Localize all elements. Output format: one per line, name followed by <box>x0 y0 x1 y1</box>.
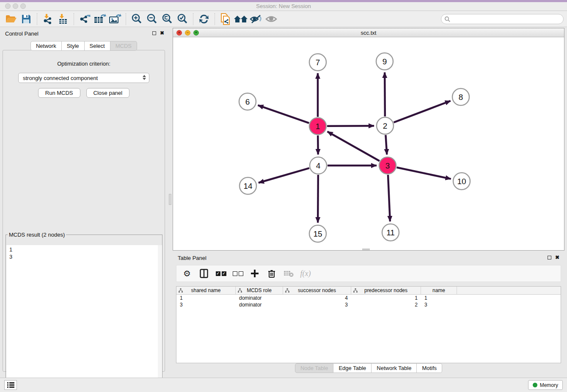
refresh-layout-icon[interactable] <box>196 13 212 25</box>
tab-select[interactable]: Select <box>85 41 110 51</box>
column-label: predecessor nodes <box>364 287 407 293</box>
task-history-button[interactable] <box>4 380 17 390</box>
search-box <box>441 14 564 24</box>
toolbar-separator <box>193 13 193 25</box>
criterion-selected-value: strongly connected component <box>23 75 98 81</box>
add-column-icon[interactable] <box>249 268 260 279</box>
graph-node-2[interactable]: 2 <box>377 117 394 134</box>
table-tabs: Node TableEdge TableNetwork TableMotifs <box>173 363 564 373</box>
graph-edge-2-8[interactable] <box>394 101 451 122</box>
float-table-panel-icon[interactable] <box>548 256 551 259</box>
save-session-icon[interactable] <box>19 13 34 25</box>
graph-edge-4-15[interactable] <box>318 175 318 223</box>
run-mcds-button[interactable]: Run MCDS <box>38 88 80 98</box>
graph-node-4[interactable]: 4 <box>310 157 327 174</box>
first-neighbors-icon[interactable] <box>233 13 248 25</box>
mcds-result-list[interactable]: 1 3 <box>6 245 162 392</box>
mcds-panel-body: Optimization criterion: strongly connect… <box>3 50 165 372</box>
toolbar-separator <box>126 13 126 25</box>
graph-node-15[interactable]: 15 <box>309 225 326 242</box>
panel-splitter[interactable] <box>168 28 173 373</box>
result-scrollbar[interactable] <box>158 245 162 392</box>
table-cell: 1 <box>351 295 421 301</box>
memory-label: Memory <box>540 382 558 388</box>
table-cell: dominator <box>236 295 283 301</box>
graph-node-9[interactable]: 9 <box>376 53 393 70</box>
tab-motifs[interactable]: Motifs <box>417 363 442 373</box>
graph-edge-1-6[interactable] <box>258 105 309 123</box>
search-input[interactable] <box>441 14 564 24</box>
tab-network[interactable]: Network <box>30 41 62 51</box>
mcds-result-title: MCDS result (2 nodes) <box>8 232 66 238</box>
graph-edge-2-9[interactable] <box>385 72 385 116</box>
table-cell: dominator <box>236 301 283 308</box>
network-window-titlebar[interactable]: × − + scc.txt <box>173 28 564 37</box>
svg-text:9: 9 <box>383 57 387 66</box>
tab-edge-table[interactable]: Edge Table <box>333 363 372 373</box>
canvas-scroll-grip[interactable] <box>362 248 370 250</box>
table-cell: 3 <box>283 301 351 308</box>
column-visibility-icon[interactable] <box>198 268 209 279</box>
zoom-selected-icon[interactable] <box>175 13 190 25</box>
zoom-in-icon[interactable] <box>129 13 144 25</box>
zoom-fit-icon[interactable] <box>160 13 175 25</box>
graph-node-14[interactable]: 14 <box>239 177 256 194</box>
tab-style[interactable]: Style <box>62 41 85 51</box>
delete-column-icon[interactable] <box>266 268 277 279</box>
deselect-all-icon[interactable] <box>232 268 243 279</box>
graph-node-7[interactable]: 7 <box>309 54 326 71</box>
svg-text:2: 2 <box>383 121 388 130</box>
float-panel-icon[interactable] <box>152 31 156 35</box>
import-table-icon[interactable] <box>55 13 71 25</box>
graph-node-6[interactable]: 6 <box>239 93 256 110</box>
toolbar-separator <box>215 13 215 25</box>
graph-node-10[interactable]: 10 <box>453 173 470 190</box>
select-all-icon[interactable]: ✓✓ <box>215 268 226 279</box>
graph-node-3[interactable]: 3 <box>379 157 396 174</box>
memory-button[interactable]: Memory <box>528 380 563 390</box>
graph-node-1[interactable]: 1 <box>309 118 326 135</box>
graph-edge-3-10[interactable] <box>397 168 451 179</box>
criterion-select[interactable]: strongly connected component <box>18 73 149 83</box>
column-header-shared-name[interactable]: shared name <box>176 287 236 294</box>
column-header-successor-nodes[interactable]: successor nodes <box>283 287 351 294</box>
table-settings-icon[interactable]: ⚙ <box>182 268 193 279</box>
column-header-predecessor-nodes[interactable]: predecessor nodes <box>351 287 421 294</box>
graph-edge-4-14[interactable] <box>259 168 309 183</box>
close-panel-button[interactable]: Close panel <box>86 88 130 98</box>
tab-network-table[interactable]: Network Table <box>372 363 417 373</box>
svg-text:1: 1 <box>316 122 320 131</box>
graph-edge-2-3[interactable] <box>385 135 387 155</box>
column-header-name[interactable]: name <box>421 287 457 294</box>
zoom-out-icon[interactable] <box>144 13 160 25</box>
graph-edge-3-1[interactable] <box>328 132 380 161</box>
graph-edge-1-2[interactable] <box>327 126 374 126</box>
table-panel-title: Table Panel <box>178 255 206 261</box>
export-network-icon[interactable] <box>77 13 92 25</box>
tab-mcds[interactable]: MCDS <box>110 41 137 51</box>
network-canvas[interactable]: 1234678910111415 <box>173 37 564 250</box>
tab-node-table[interactable]: Node Table <box>295 363 334 373</box>
graph-node-8[interactable]: 8 <box>452 88 469 105</box>
graph-edge-3-11[interactable] <box>388 175 390 221</box>
close-table-panel-icon[interactable]: ✖ <box>555 255 559 260</box>
export-table-icon[interactable] <box>92 13 107 25</box>
import-network-icon[interactable] <box>40 13 55 25</box>
table-panel: Table Panel ✖ ⚙ ✓✓ f(x) shared nameMCDS … <box>173 252 564 376</box>
export-image-icon[interactable] <box>107 13 123 25</box>
table-cell: 2 <box>351 301 421 308</box>
memory-status-icon <box>533 383 537 387</box>
clone-network-icon[interactable] <box>218 13 233 25</box>
function-builder-icon[interactable]: f(x) <box>300 268 311 279</box>
graph-node-11[interactable]: 11 <box>382 224 399 241</box>
table-row[interactable]: 3dominator323 <box>176 301 561 308</box>
table-header-row: shared nameMCDS rolesuccessor nodesprede… <box>176 287 561 295</box>
hide-selected-icon[interactable] <box>248 13 264 25</box>
close-panel-icon[interactable]: ✖ <box>160 30 164 36</box>
show-all-icon[interactable] <box>264 13 279 25</box>
app-title: Session: New Session <box>0 3 567 9</box>
column-header-MCDS-role[interactable]: MCDS role <box>236 287 283 294</box>
open-file-icon[interactable] <box>3 13 19 25</box>
delete-table-icon[interactable] <box>283 268 294 279</box>
table-row[interactable]: 1dominator411 <box>176 295 561 301</box>
